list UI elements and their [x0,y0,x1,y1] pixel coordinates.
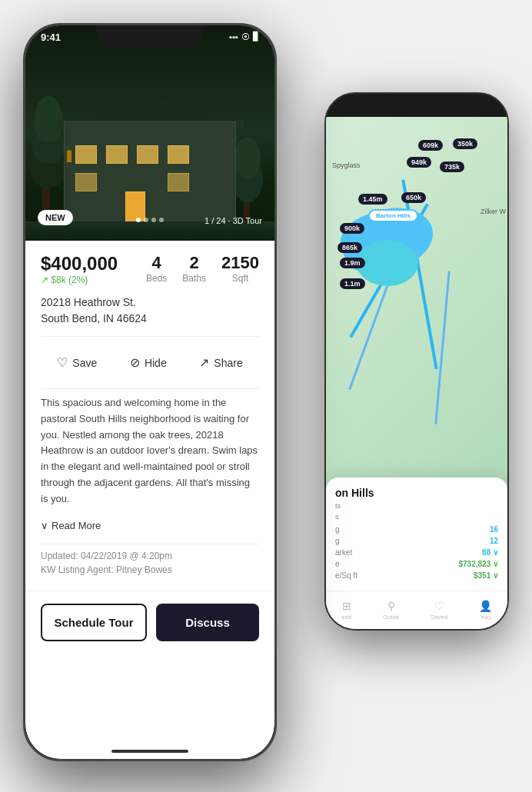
baths-value: 2 [182,253,206,273]
baths-stat: 2 Baths [182,253,206,284]
share-icon: ↗ [199,355,209,370]
save-button[interactable]: ♡ Save [45,349,109,376]
guide-icon: ⚲ [387,600,395,612]
price-bubble[interactable]: 1.9m [340,258,365,268]
nav-saved[interactable]: ♡ Saved [431,600,448,621]
price-section: $400,000 ↗ $8k (2%) [41,253,118,285]
beds-value: 4 [146,253,167,273]
baths-label: Baths [182,273,206,284]
schedule-tour-button[interactable]: Schedule Tour [41,604,147,641]
address-line-2: South Bend, IN 46624 [41,311,259,327]
map-panel-subtitle2: s [335,513,498,521]
map-panel: on Hills ts s g 16 g 12 arket 88 ∨ e $73… [326,478,507,591]
read-more-label: Read More [52,520,101,531]
beds-label: Beds [146,273,167,284]
property-stats: 4 Beds 2 Baths 2150 Sqft [146,253,259,284]
house-window [75,145,97,164]
phone-screen: 9:41 ▪▪▪ ⦿ ▊ [25,25,274,759]
map-stat-row: g 12 [335,535,498,547]
map-road [434,271,450,424]
property-details: $400,000 ↗ $8k (2%) 4 Beds 2 Baths 2150 … [25,241,274,591]
heart-icon: ♡ [57,355,68,370]
price-bubble[interactable]: 1.1m [340,278,365,289]
hide-label: Hide [145,357,167,369]
price-bubble[interactable]: 609k [418,140,443,151]
address-line-1: 20218 Heathrow St. [41,295,259,311]
property-address: 20218 Heathrow St. South Bend, IN 46624 [41,295,259,327]
sqft-stat: 2150 Sqft [221,253,259,284]
house-window [168,145,189,164]
house-window [106,145,128,164]
read-more-button[interactable]: ∨ Read More [41,514,259,537]
dot-4[interactable] [159,218,164,222]
price-bubble[interactable]: 735k [440,161,464,172]
house-window [168,173,189,191]
house-window [75,173,97,191]
share-label: Share [214,357,242,369]
feed-icon: ⊞ [342,600,351,612]
hide-button[interactable]: ⊘ Hide [118,349,179,376]
property-price: $400,000 [41,253,118,275]
price-bubble[interactable]: 865k [337,242,362,253]
divider-3 [41,544,259,544]
new-badge: NEW [38,210,73,225]
beds-stat: 4 Beds [146,253,167,284]
map-stat-row: g 16 [335,524,498,535]
map-screen: 609k 350k 949k 735k 1.45m 650k 900k 865k… [326,117,507,629]
sqft-value: 2150 [221,253,259,273]
dot-3[interactable] [151,218,156,222]
signal-icon: ▪▪▪ [229,32,238,42]
price-bubble[interactable]: 949k [407,157,431,168]
divider [41,336,259,337]
nav-feed[interactable]: ⊞ eed [341,600,351,621]
map-panel-title: on Hills [335,487,498,499]
map-stat-row: e $732,823 ∨ [335,558,498,570]
zilker-label: Zilker W [480,208,506,215]
spyglass-label: Spyglass [332,161,361,169]
map-panel-subtitle: ts [335,502,498,510]
bottom-action-buttons: Schedule Tour Discuss [25,591,274,654]
property-description: This spacious and welcoming home in the … [41,395,259,507]
dot-2[interactable] [144,218,148,222]
wifi-icon: ⦿ [241,32,250,42]
image-counter: 1 / 24 · 3D Tour [204,216,262,225]
save-label: Save [72,357,97,369]
action-buttons: ♡ Save ⊘ Hide ↗ Share [41,343,259,382]
listing-agent: KW Listing Agent: Pitney Bowes [41,564,259,575]
home-indicator [111,750,188,753]
battery-icon: ▊ [253,32,259,42]
chevron-down-icon: ∨ [41,520,48,531]
dot-1[interactable] [136,218,141,222]
heart-icon: ♡ [434,600,444,612]
price-bubble[interactable]: 900k [340,223,364,234]
map-water [357,240,418,286]
barton-hills-badge[interactable]: Barton Hills [368,209,418,222]
discuss-button[interactable]: Discuss [156,604,259,641]
status-time: 9:41 [41,32,61,43]
sqft-label: Sqft [221,273,259,284]
map-phone: 609k 350k 949k 735k 1.45m 650k 900k 865k… [324,92,509,631]
status-icons: ▪▪▪ ⦿ ▊ [229,32,259,42]
price-bubble[interactable]: 350k [453,138,477,149]
price-bubble[interactable]: 650k [401,192,426,203]
price-row: $400,000 ↗ $8k (2%) 4 Beds 2 Baths 2150 … [41,253,259,285]
hide-icon: ⊘ [130,355,140,370]
property-phone: 9:41 ▪▪▪ ⦿ ▊ [23,23,277,761]
nav-you[interactable]: 👤 You [479,600,492,621]
price-bubble[interactable]: 1.45m [358,194,387,205]
share-button[interactable]: ↗ Share [187,349,254,376]
person-icon: 👤 [479,600,492,612]
image-dots [136,218,164,222]
nav-guide[interactable]: ⚲ Guide [383,600,399,621]
map-stat-row: e/Sq ft $351 ∨ [335,570,498,581]
house-window [137,145,158,164]
updated-date: Updated: 04/22/2019 @ 4:20pm [41,551,259,561]
price-change: ↗ $8k (2%) [41,275,118,285]
divider-2 [41,388,259,389]
wall-light [67,150,71,162]
phone-notch [96,25,204,47]
map-stat-row: arket 88 ∨ [335,547,498,558]
map-bottom-nav: ⊞ eed ⚲ Guide ♡ Saved 👤 You [326,591,507,629]
